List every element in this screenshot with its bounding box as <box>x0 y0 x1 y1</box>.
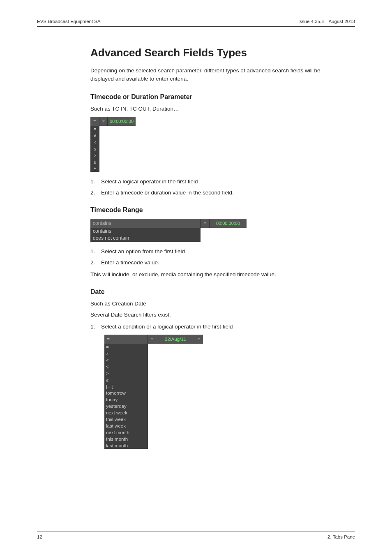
page-footer: 12 2. Tabs Pane <box>37 532 355 539</box>
contains-option[interactable]: contains <box>90 228 201 235</box>
contains-selected[interactable]: contains <box>90 219 201 228</box>
contains-dropdown-arrow[interactable] <box>201 219 210 228</box>
date-option[interactable]: today <box>104 396 148 403</box>
timecode-input-2[interactable]: 00:00:00:00 <box>210 219 247 228</box>
timecode-input[interactable]: 00:00:00:00 <box>108 117 136 126</box>
footer-page-number: 12 <box>37 534 42 539</box>
section-timecode-duration-heading: Timecode or Duration Parameter <box>90 93 337 101</box>
date-options-list: = ≠ < ≤ > ≥ […] tomorrow today yesterday… <box>104 344 148 449</box>
list-item: 1.Select a condition or a logical operat… <box>90 323 337 331</box>
list-item: 1.Select an option from the first field <box>90 247 337 256</box>
operator-dropdown-arrow[interactable] <box>99 117 108 126</box>
date-option[interactable]: next month <box>104 429 148 436</box>
operator-option[interactable]: < <box>90 139 99 146</box>
operator-option[interactable]: ≠ <box>90 132 99 139</box>
header-right: Issue 4.35.B - August 2013 <box>298 19 355 24</box>
date-operator-selected[interactable]: = <box>104 335 148 344</box>
operator-option[interactable]: > <box>90 152 99 159</box>
date-value-arrow[interactable] <box>195 335 203 344</box>
page-header: EVS Broadcast Equipment SA Issue 4.35.B … <box>37 19 355 27</box>
contains-dropdown-figure: contains 00:00:00:00 contains does not c… <box>90 219 247 242</box>
operator-selected[interactable]: = <box>90 117 99 126</box>
page-title: Advanced Search Fields Types <box>90 46 337 59</box>
date-option[interactable]: yesterday <box>104 403 148 409</box>
date-option[interactable]: ≠ <box>104 350 148 357</box>
date-option[interactable]: ≥ <box>104 377 148 383</box>
date-option[interactable]: ≤ <box>104 363 148 370</box>
section-date-sub2: Several Date Search filters exist. <box>90 312 337 318</box>
date-option[interactable]: tomorrow <box>104 390 148 396</box>
date-option[interactable]: […] <box>104 383 148 390</box>
date-operator-arrow[interactable] <box>148 335 156 344</box>
date-option[interactable]: last week <box>104 423 148 429</box>
contains-option[interactable]: does not contain <box>90 235 201 242</box>
list-item: 2.Enter a timecode value. <box>90 259 337 267</box>
date-option[interactable]: last month <box>104 442 148 449</box>
header-left: EVS Broadcast Equipment SA <box>37 19 101 24</box>
date-option[interactable]: this week <box>104 416 148 423</box>
section3-steps: 1.Select a condition or a logical operat… <box>90 323 337 331</box>
section1-steps: 1.Select a logical operator in the first… <box>90 178 337 197</box>
date-option[interactable]: < <box>104 357 148 363</box>
contains-options-list: contains does not contain <box>90 228 201 242</box>
date-option[interactable]: = <box>104 344 148 350</box>
operator-option[interactable]: ≥ <box>90 159 99 165</box>
date-option[interactable]: > <box>104 370 148 377</box>
operator-option[interactable]: ± <box>90 165 99 172</box>
section-timecode-duration-sub: Such as TC IN, TC OUT, Duration… <box>90 106 337 112</box>
operator-dropdown-figure: = 00:00:00:00 = ≠ < ≤ > ≥ ± <box>90 117 136 172</box>
date-value[interactable]: 22/Aug/11 <box>156 335 195 344</box>
operator-option[interactable]: ≤ <box>90 146 99 152</box>
operator-option[interactable]: = <box>90 126 99 132</box>
section2-note: This will include, or exclude, media con… <box>90 271 337 278</box>
chevron-down-icon <box>203 222 207 224</box>
section-date-heading: Date <box>90 288 337 296</box>
chevron-down-icon <box>150 338 154 340</box>
list-item: 2.Enter a timecode or duration value in … <box>90 189 337 197</box>
section-timecode-range-heading: Timecode Range <box>90 206 337 214</box>
section-date-sub1: Such as Creation Date <box>90 301 337 307</box>
chevron-down-icon <box>102 120 105 123</box>
date-dropdown-figure: = 22/Aug/11 = ≠ < ≤ > ≥ […] tomorrow tod… <box>104 335 203 449</box>
date-option[interactable]: next week <box>104 409 148 416</box>
chevron-down-icon <box>197 338 201 340</box>
intro-paragraph: Depending on the selected search paramet… <box>90 67 337 83</box>
footer-section: 2. Tabs Pane <box>327 534 355 539</box>
section2-steps: 1.Select an option from the first field … <box>90 247 337 267</box>
list-item: 1.Select a logical operator in the first… <box>90 178 337 186</box>
operator-options-list: = ≠ < ≤ > ≥ ± <box>90 126 99 172</box>
date-option[interactable]: this month <box>104 436 148 442</box>
